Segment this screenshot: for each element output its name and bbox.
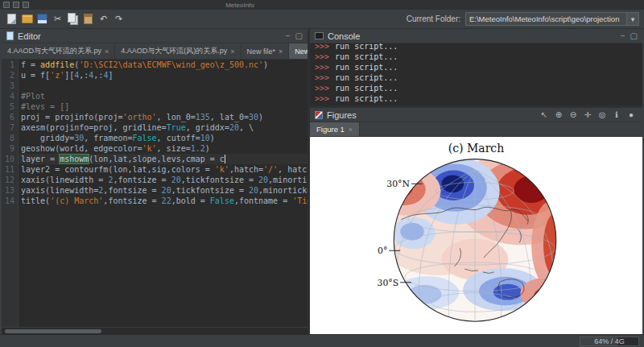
map-view-icon[interactable] (23, 2, 29, 8)
full-extent-icon[interactable]: ◎ (596, 109, 609, 121)
line-number: 8 (2, 133, 18, 143)
code-line[interactable]: 5#levs = [] (2, 101, 308, 112)
dropdown-arrow-icon[interactable]: ▾ (626, 13, 638, 25)
float-panel-icon[interactable]: ▢ (630, 31, 638, 40)
paste-icon[interactable] (81, 12, 95, 26)
editor-tab[interactable]: 4.AAOD与大气环流的关系.py× (2, 43, 115, 59)
tab-close-icon[interactable]: × (230, 48, 234, 56)
figure-content[interactable]: (c) March (310, 137, 642, 334)
figures-icon (315, 111, 323, 119)
console-message: run script... (335, 63, 398, 72)
console-panel: Console − ▢ >>>run script...>>>run scrip… (310, 29, 642, 105)
tab-close-icon[interactable]: × (279, 48, 283, 56)
save-icon[interactable] (35, 12, 49, 26)
app-menu-icon[interactable] (3, 2, 10, 8)
redo-icon[interactable]: ↷ (112, 12, 126, 26)
globe-plot[interactable]: 30°N 0° 30°S (310, 137, 642, 334)
titlebar: MeteoInfo (0, 0, 644, 10)
console-message: run script... (335, 94, 398, 103)
code-line[interactable]: 2u = f['z'][4,:4,:4] (2, 70, 308, 81)
main-toolbar: ✂↶↷ Current Folder: E:\MeteoInfo\MeteoIn… (0, 10, 644, 29)
tab-label: New file* (295, 48, 308, 56)
tab-label: 4.AAOD与大气环流(风)的关系.py (121, 46, 227, 56)
tab-close-icon[interactable]: × (105, 48, 109, 56)
code-line[interactable]: 9geoshow(world, edgecolor='k', size=1.2) (2, 143, 308, 154)
console-message: run script... (335, 43, 398, 51)
code-text: griddy=30, frameon=False, cutoff=10) (18, 133, 215, 143)
new-file-icon[interactable] (5, 12, 19, 26)
zoom-out-icon[interactable]: ⊖ (567, 109, 580, 121)
editor-tab[interactable]: New file*× (289, 43, 308, 59)
minimize-panel-icon[interactable]: − (286, 31, 291, 40)
tab-label: 4.AAOD与大气环流的关系.py (7, 46, 101, 56)
figure-tab-label: Figure 1 (316, 125, 345, 134)
figure-tab[interactable]: Figure 1 × (310, 122, 360, 136)
console-icon (315, 32, 324, 39)
open-file-icon[interactable] (20, 12, 34, 26)
app-window: MeteoInfo ✂↶↷ Current Folder: E:\MeteoIn… (0, 0, 644, 347)
identify-icon[interactable]: ℹ (610, 109, 623, 121)
editor-tab[interactable]: 4.AAOD与大气环流(风)的关系.py× (115, 43, 241, 59)
console-message: run script... (335, 73, 398, 82)
console-output-line: >>>run script... (315, 43, 638, 52)
current-folder-label: Current Folder: (407, 14, 460, 23)
code-area[interactable]: 1f = addfile('D:\SCI2\data\ECMWF\wind_ge… (2, 60, 308, 327)
editor-panel-header: Editor − ▢ (2, 29, 308, 43)
line-number: 10 (2, 154, 18, 164)
code-line[interactable]: 6proj = projinfo(proj='ortho', lon_0=135… (2, 112, 308, 122)
pan-icon[interactable]: ✛ (581, 109, 594, 121)
line-number: 1 (2, 60, 18, 70)
tab-close-icon[interactable]: × (349, 126, 353, 134)
editor-tab[interactable]: New file*× (242, 43, 290, 59)
console-message: run script... (335, 84, 398, 93)
code-line[interactable]: 1f = addfile('D:\SCI2\data\ECMWF\wind_ge… (2, 60, 308, 70)
code-text: yaxis(linewidth=2,fontsize = 20,tickfont… (18, 185, 308, 196)
editor-hscrollbar[interactable] (2, 327, 308, 334)
code-text: title('(c) March',fontsize = 22,bold = F… (18, 196, 308, 206)
console-body[interactable]: >>>run script...>>>run script...>>>run s… (310, 43, 642, 105)
line-number: 4 (2, 91, 18, 101)
memory-usage[interactable]: 64% / 4G (580, 337, 639, 346)
editor-tabs: 4.AAOD与大气环流的关系.py×4.AAOD与大气环流(风)的关系.py×N… (2, 43, 308, 60)
select-icon[interactable]: ↖ (538, 109, 551, 121)
current-folder-combobox[interactable]: E:\MeteoInfo\MeteoInfo\script\geo\projec… (465, 12, 639, 26)
text-cursor (225, 155, 225, 163)
code-line[interactable]: 10layer = mshowm(lon,lat,slope,levs,cmap… (2, 154, 308, 164)
code-text: u = f['z'][4,:4,:4] (18, 70, 113, 81)
console-prompt: >>> (315, 43, 329, 51)
console-prompt: >>> (315, 52, 329, 61)
hscrollbar-thumb[interactable] (5, 329, 101, 333)
copy-icon[interactable] (66, 12, 80, 26)
console-panel-title: Console (328, 31, 360, 41)
figures-panel: Figures ↖⊕⊖✛◎ℹ● Figure 1 × (c) March (310, 108, 642, 334)
code-line[interactable]: 8 griddy=30, frameon=False, cutoff=10) (2, 133, 308, 143)
layers-icon[interactable] (13, 2, 19, 8)
lat-label-0: 0° (378, 246, 387, 256)
code-text: proj = projinfo(proj='ortho', lon_0=135,… (18, 112, 263, 122)
rotate-icon[interactable]: ● (625, 109, 638, 121)
code-line[interactable]: 13yaxis(linewidth=2,fontsize = 20,tickfo… (2, 185, 308, 196)
line-number: 14 (2, 196, 18, 206)
code-line[interactable]: 3 (2, 81, 308, 91)
line-number: 6 (2, 112, 18, 122)
line-number: 12 (2, 175, 18, 185)
cut-icon[interactable]: ✂ (51, 12, 64, 26)
minimize-panel-icon[interactable]: − (621, 31, 625, 40)
code-text: #Plot (18, 91, 45, 101)
float-panel-icon[interactable]: ▢ (295, 31, 303, 40)
line-number: 2 (2, 70, 18, 81)
code-line[interactable]: 4#Plot (2, 91, 308, 101)
code-text: xaxis(linewidth = 2,fontsize = 20,tickfo… (18, 175, 308, 185)
undo-icon[interactable]: ↶ (97, 12, 110, 26)
code-line[interactable]: 14title('(c) March',fontsize = 22,bold =… (2, 196, 308, 206)
code-line[interactable]: 7axesm(projinfo=proj, gridline=True, gri… (2, 122, 308, 133)
console-prompt: >>> (315, 94, 329, 103)
code-line[interactable]: 12xaxis(linewidth = 2,fontsize = 20,tick… (2, 175, 308, 185)
figures-toolbar: ↖⊕⊖✛◎ℹ● (538, 109, 638, 121)
line-number: 13 (2, 185, 18, 196)
code-line[interactable]: 11layer2 = contourfm(lon,lat,sig,colors … (2, 164, 308, 175)
code-text: f = addfile('D:\SCI2\data\ECMWF\wind_geo… (18, 60, 268, 70)
zoom-in-icon[interactable]: ⊕ (552, 109, 565, 121)
code-text: layer2 = contourfm(lon,lat,sig,colors = … (18, 164, 308, 175)
line-number: 3 (2, 81, 18, 91)
